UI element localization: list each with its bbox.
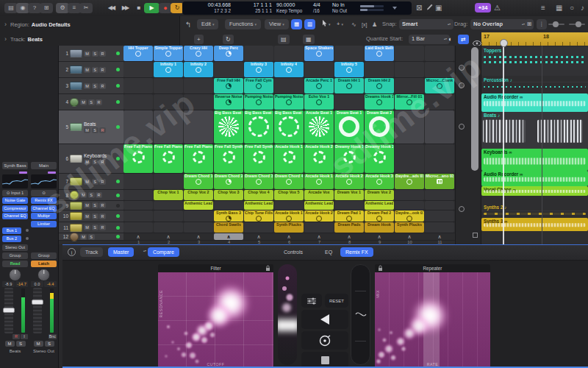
- loop-cell[interactable]: Arcade Vox: [304, 190, 334, 200]
- plugin-button[interactable]: Compressor: [2, 205, 28, 212]
- empty-cell[interactable]: [425, 144, 454, 173]
- track-header[interactable]: 9MSR: [59, 201, 123, 210]
- list-editors-icon[interactable]: ≡: [541, 2, 545, 14]
- send-knob[interactable]: [26, 237, 29, 240]
- loop-cell[interactable]: Free Fall Synth: [244, 144, 273, 173]
- loop-cell[interactable]: Big Bass Beat 1: [214, 110, 243, 144]
- m-button[interactable]: M: [84, 213, 90, 219]
- m-button[interactable]: M: [84, 202, 90, 208]
- track-region[interactable]: Audio Recorder ∞: [481, 93, 588, 112]
- eq-thumbnail[interactable]: [31, 174, 57, 188]
- scene-trigger[interactable]: ∧: [244, 233, 273, 240]
- track-tab[interactable]: Track: [80, 247, 103, 257]
- plugin-button[interactable]: Remix FX: [31, 197, 57, 204]
- r-button[interactable]: R: [99, 159, 106, 165]
- loop-cell[interactable]: Daydre...ads 01: [395, 174, 424, 189]
- scene-trigger[interactable]: ∧: [274, 233, 304, 240]
- loop-cell[interactable]: Synth Bass 3: [214, 210, 243, 222]
- scene-trigger[interactable]: ∧: [395, 233, 424, 240]
- track-header[interactable]: 3MSR: [59, 78, 123, 93]
- loop-cell[interactable]: Echo Vox 1: [304, 94, 334, 110]
- loop-cell[interactable]: Infinity 2: [184, 62, 213, 77]
- s-button[interactable]: S: [92, 127, 98, 133]
- track-header[interactable]: 12MS: [59, 233, 123, 240]
- loop-cell[interactable]: Dream Chord 2: [214, 174, 243, 189]
- m-button[interactable]: M: [84, 83, 90, 89]
- waveform-zoom-icon[interactable]: ⊞: [525, 19, 534, 29]
- loop-cell[interactable]: Free Fall Piano: [154, 144, 183, 173]
- empty-cell[interactable]: [184, 210, 213, 222]
- loop-cell[interactable]: Infinity 3: [244, 62, 273, 77]
- empty-cell[interactable]: [334, 94, 364, 110]
- bounce-button[interactable]: Bnc: [49, 334, 57, 339]
- add-track-button[interactable]: +: [194, 35, 204, 44]
- r-button[interactable]: R: [99, 51, 106, 57]
- m-button[interactable]: M: [84, 159, 90, 165]
- empty-cell[interactable]: [425, 46, 454, 61]
- track-header[interactable]: 6KeyboardsMSR: [59, 144, 123, 173]
- flex-icon[interactable]: [x]: [362, 19, 367, 31]
- loop-cell[interactable]: Daydre...ook 01: [395, 210, 424, 222]
- loop-cell[interactable]: Mirror...Fill 01: [395, 94, 424, 110]
- drag-select[interactable]: No Overlap▴▾: [470, 19, 528, 29]
- loop-cell[interactable]: Arcade Hook 2: [304, 210, 334, 222]
- forward-button[interactable]: ▶▶: [118, 3, 132, 13]
- scene-trigger[interactable]: ∧: [214, 233, 243, 240]
- scene-trigger[interactable]: ∧: [425, 233, 454, 240]
- bar-ruler[interactable]: 17 18: [481, 32, 588, 46]
- reverse-button[interactable]: [301, 310, 348, 329]
- automation-icon[interactable]: ∿: [351, 19, 356, 31]
- loop-cell[interactable]: Big Bass Beat 2: [244, 110, 273, 144]
- s-button[interactable]: S: [88, 234, 95, 240]
- toolbar-icon[interactable]: ⊞: [40, 3, 53, 13]
- empty-cell[interactable]: [154, 94, 183, 110]
- lcd-chevron-icon[interactable]: [392, 7, 397, 10]
- track-header[interactable]: 5BeatsMSR: [59, 110, 123, 144]
- alert-icon[interactable]: ⚠: [494, 2, 501, 14]
- scene-trigger[interactable]: ∧: [154, 233, 183, 240]
- eq-thumbnail[interactable]: [2, 174, 28, 188]
- empty-cell[interactable]: [123, 222, 153, 233]
- r-button[interactable]: R: [99, 224, 106, 230]
- empty-cell[interactable]: [214, 201, 243, 210]
- empty-cell[interactable]: [395, 78, 424, 93]
- empty-cell[interactable]: [365, 62, 394, 77]
- input-monitor-dot[interactable]: [116, 204, 120, 208]
- empty-cell[interactable]: [154, 210, 183, 222]
- volume-fader[interactable]: [31, 288, 57, 333]
- master-tab[interactable]: Master: [108, 247, 134, 257]
- s-button[interactable]: S: [92, 67, 98, 73]
- disclosure-icon[interactable]: ›: [4, 21, 7, 28]
- empty-cell[interactable]: [425, 210, 454, 222]
- empty-cell[interactable]: [154, 201, 183, 210]
- loop-cell[interactable]: Free Fall Piano: [184, 144, 213, 173]
- loop-cell[interactable]: Chop Vox 2: [184, 190, 213, 200]
- record-enable-button[interactable]: R: [12, 334, 20, 339]
- empty-cell[interactable]: [334, 201, 364, 210]
- m-button[interactable]: M: [80, 99, 87, 105]
- plugin-button[interactable]: Multipr: [31, 213, 57, 219]
- vertical-scrollbar[interactable]: [471, 47, 478, 171]
- loop-pack-button[interactable]: ↻: [223, 35, 234, 44]
- loop-cell[interactable]: Deep Perc: [214, 46, 243, 61]
- r-button[interactable]: R: [99, 202, 106, 208]
- plugin-button[interactable]: Channel EQ: [31, 205, 57, 212]
- loop-cell[interactable]: Dream Beat 2: [365, 110, 394, 144]
- strip-title[interactable]: Synth Bass: [2, 162, 28, 169]
- loop-cell[interactable]: Dreamy Hook 2: [365, 144, 394, 173]
- solo-off-icon[interactable]: ⊠: [416, 2, 422, 14]
- output-button[interactable]: Stereo Out: [2, 244, 28, 251]
- cell-phase-icon[interactable]: [459, 124, 465, 130]
- s-button[interactable]: S: [92, 179, 98, 185]
- loop-cell[interactable]: Chop Vox 5: [274, 190, 304, 200]
- track-region[interactable]: Keyboards ∞: [481, 149, 588, 171]
- midi-in-arrow-icon[interactable]: ↰: [185, 19, 191, 31]
- s-button[interactable]: S: [92, 213, 98, 219]
- empty-cell[interactable]: [123, 94, 153, 110]
- loop-cell[interactable]: Arcade Perc 1: [304, 78, 334, 93]
- lcd-display[interactable]: 00:43.668 17 2 3 2 17 1 1 1 25 1 1 1 90.…: [182, 1, 412, 15]
- loop-cell[interactable]: Dream Vox 2: [365, 190, 394, 200]
- r-button[interactable]: R: [96, 192, 102, 198]
- empty-cell[interactable]: [395, 110, 424, 144]
- input-monitor-dot[interactable]: [116, 180, 120, 183]
